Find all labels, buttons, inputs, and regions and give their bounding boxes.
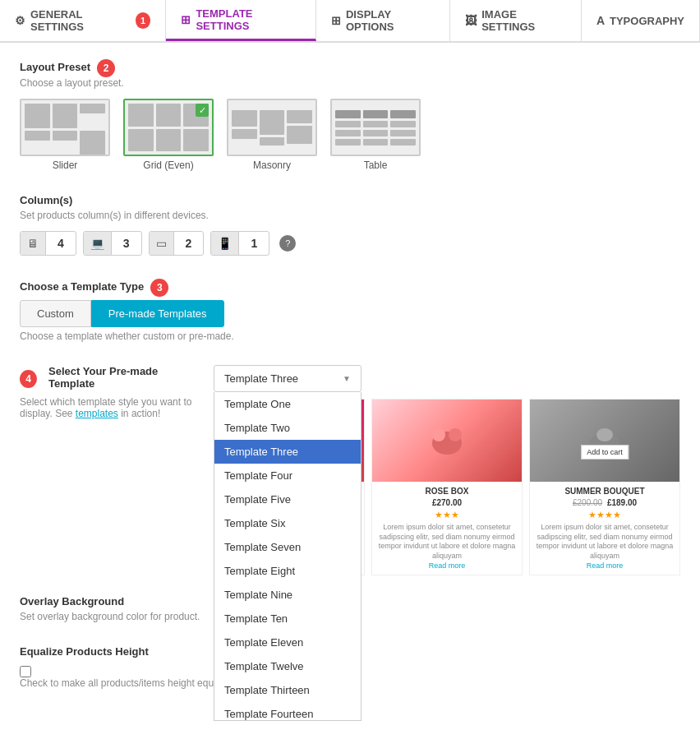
read-more-2[interactable]: Read more xyxy=(377,561,517,570)
column-tablet[interactable]: ▭ 2 xyxy=(149,231,205,256)
column-desktop[interactable]: 🖥 4 xyxy=(20,231,76,256)
custom-button[interactable]: Custom xyxy=(20,300,91,327)
premade-right-col: Template Three ▼ Template OneTemplate Tw… xyxy=(214,365,680,575)
template-select-wrapper: Template Three ▼ Template OneTemplate Tw… xyxy=(214,365,362,392)
stars-3: ★★★★ xyxy=(535,510,675,520)
laptop-icon: 💻 xyxy=(84,232,112,255)
product-name-3: SUMMER BOUQUET xyxy=(535,487,675,496)
premade-left-col: 4 Select Your Pre-made Template Select w… xyxy=(20,365,200,429)
tab-typography[interactable]: A TYPOGRAPHY xyxy=(582,0,700,41)
preset-slider[interactable]: Slider xyxy=(20,99,110,171)
columns-desc: Set products column(s) in different devi… xyxy=(20,210,680,221)
templates-link[interactable]: templates xyxy=(76,408,118,419)
product-desc-2: Lorem ipsum dolor sit amet, consetetur s… xyxy=(377,523,517,561)
stars-2: ★★★ xyxy=(377,510,517,520)
dropdown-item-7[interactable]: Template Eight xyxy=(214,559,361,583)
column-mobile-value: 1 xyxy=(239,232,269,255)
svg-point-4 xyxy=(449,428,462,441)
typography-icon: A xyxy=(596,14,605,27)
add-to-cart-overlay[interactable]: Add to cart xyxy=(581,445,629,460)
template-type-desc: Choose a template whether custom or pre-… xyxy=(20,330,680,342)
premade-desc: Select which template style you want to … xyxy=(20,396,200,419)
badge-4: 4 xyxy=(20,370,37,388)
template-type-title: Choose a Template Type xyxy=(20,280,144,293)
preset-slider-thumb[interactable] xyxy=(20,99,110,156)
dropdown-item-9[interactable]: Template Ten xyxy=(214,607,361,631)
layout-preset-title: Layout Preset xyxy=(20,61,90,73)
dropdown-item-6[interactable]: Template Seven xyxy=(214,535,361,559)
tab-image[interactable]: 🖼 IMAGE SETTINGS xyxy=(450,0,582,41)
top-navigation: ⚙ GENERAL SETTINGS 1 ⊞ TEMPLATE SETTINGS… xyxy=(0,0,700,43)
dropdown-item-10[interactable]: Template Eleven xyxy=(214,631,361,654)
template-type-buttons: Custom Pre-made Templates xyxy=(20,300,680,327)
premade-button[interactable]: Pre-made Templates xyxy=(91,300,224,327)
tab-template-label: TEMPLATE SETTINGS xyxy=(196,7,301,32)
gear-icon: ⚙ xyxy=(15,14,25,27)
product-price-3: £200.00 £189.00 xyxy=(535,498,675,507)
column-tablet-value: 2 xyxy=(174,232,204,255)
preset-grid[interactable]: ✓ Grid (Even) xyxy=(123,99,214,171)
display-icon: ⊞ xyxy=(331,14,341,27)
layout-preset-desc: Choose a layout preset. xyxy=(20,77,680,89)
layout-presets-row: Slider ✓ Grid (Even) xyxy=(20,99,680,171)
equalize-checkbox[interactable] xyxy=(20,666,31,677)
product-card-2: ROSE BOX £270.00 ★★★ Lorem ipsum dolor s… xyxy=(371,399,523,575)
column-desktop-value: 4 xyxy=(46,232,76,255)
dropdown-item-4[interactable]: Template Five xyxy=(214,487,361,511)
template-dropdown-list: Template OneTemplate TwoTemplate ThreeTe… xyxy=(214,392,362,721)
product-img-2 xyxy=(372,400,522,482)
columns-row: 🖥 4 💻 3 ▭ 2 📱 1 ? xyxy=(20,231,680,256)
badge-1: 1 xyxy=(136,12,150,29)
tab-display[interactable]: ⊞ DISPLAY OPTIONS xyxy=(316,0,450,41)
preset-masonry-label: Masonry xyxy=(253,159,291,171)
badge-3: 3 xyxy=(150,279,168,297)
column-laptop[interactable]: 💻 3 xyxy=(83,231,142,256)
dropdown-item-2[interactable]: Template Three xyxy=(214,440,361,464)
columns-section: Column(s) Set products column(s) in diff… xyxy=(20,194,680,256)
tab-typography-label: TYPOGRAPHY xyxy=(610,15,684,27)
help-icon[interactable]: ? xyxy=(279,235,296,252)
product-info-3: SUMMER BOUQUET £200.00 £189.00 ★★★★ Lore… xyxy=(530,482,679,575)
mobile-icon: 📱 xyxy=(211,232,239,255)
preset-table[interactable]: Table xyxy=(330,99,421,171)
tab-template[interactable]: ⊞ TEMPLATE SETTINGS xyxy=(166,0,316,41)
main-content: Layout Preset 2 Choose a layout preset. xyxy=(0,43,700,753)
preset-table-label: Table xyxy=(364,159,388,171)
dropdown-item-11[interactable]: Template Twelve xyxy=(214,654,361,678)
read-more-3[interactable]: Read more xyxy=(535,561,675,570)
dropdown-item-12[interactable]: Template Thirteen xyxy=(214,678,361,702)
dropdown-item-0[interactable]: Template One xyxy=(214,392,361,416)
column-laptop-value: 3 xyxy=(112,232,141,255)
new-price-3: £189.00 xyxy=(607,498,637,507)
badge-2: 2 xyxy=(97,59,115,77)
product-img-3: Add to cart xyxy=(530,400,679,482)
svg-point-6 xyxy=(596,428,613,441)
svg-point-3 xyxy=(432,428,445,441)
preset-grid-thumb[interactable]: ✓ xyxy=(123,99,214,156)
tablet-icon: ▭ xyxy=(150,232,174,255)
product-info-2: ROSE BOX £270.00 ★★★ Lorem ipsum dolor s… xyxy=(372,482,522,575)
old-price-3: £200.00 xyxy=(573,498,602,507)
template-type-section: Choose a Template Type 3 Custom Pre-made… xyxy=(20,279,680,342)
tab-image-label: IMAGE SETTINGS xyxy=(481,8,566,33)
preset-masonry[interactable]: Masonry xyxy=(227,99,317,171)
tab-general-label: GENERAL SETTINGS xyxy=(30,8,131,33)
product-desc-3: Lorem ipsum dolor sit amet, consetetur s… xyxy=(535,523,675,561)
tab-general[interactable]: ⚙ GENERAL SETTINGS 1 xyxy=(0,0,166,41)
dropdown-item-8[interactable]: Template Nine xyxy=(214,583,361,607)
image-icon: 🖼 xyxy=(465,14,477,27)
premade-and-preview: 4 Select Your Pre-made Template Select w… xyxy=(20,365,680,575)
product-card-3: SALE Add to cart SUMMER BOUQUET £200.00 … xyxy=(529,399,680,575)
dropdown-item-13[interactable]: Template Fourteen xyxy=(214,702,361,721)
column-mobile[interactable]: 📱 1 xyxy=(210,231,269,256)
columns-title: Column(s) xyxy=(20,194,680,206)
layout-preset-section: Layout Preset 2 Choose a layout preset. xyxy=(20,59,680,171)
product-name-2: ROSE BOX xyxy=(377,487,517,496)
preset-grid-label: Grid (Even) xyxy=(143,159,193,171)
preset-table-thumb[interactable] xyxy=(330,99,421,156)
dropdown-item-1[interactable]: Template Two xyxy=(214,416,361,440)
dropdown-item-5[interactable]: Template Six xyxy=(214,511,361,535)
template-select[interactable]: Template Three ▼ xyxy=(214,365,362,392)
preset-masonry-thumb[interactable] xyxy=(227,99,317,156)
dropdown-item-3[interactable]: Template Four xyxy=(214,464,361,487)
